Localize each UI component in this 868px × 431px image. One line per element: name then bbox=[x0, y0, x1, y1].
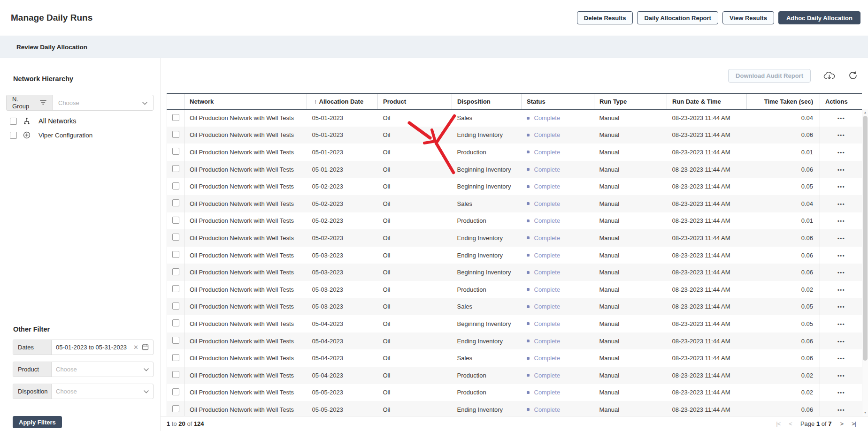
row-checkbox[interactable] bbox=[172, 114, 179, 121]
tree-item-all-networks[interactable]: All Networks bbox=[10, 117, 154, 125]
row-actions-button[interactable]: ••• bbox=[837, 218, 845, 224]
row-actions-button[interactable]: ••• bbox=[837, 321, 845, 327]
row-actions-button[interactable]: ••• bbox=[837, 167, 845, 173]
cell-status: Complete bbox=[522, 127, 594, 144]
row-checkbox[interactable] bbox=[172, 319, 179, 326]
cell-actions: ••• bbox=[820, 212, 862, 230]
row-checkbox[interactable] bbox=[172, 405, 179, 412]
col-run-type[interactable]: Run Type bbox=[594, 93, 667, 109]
cell-time-taken: 0.06 bbox=[747, 127, 820, 144]
first-page-button[interactable]: |< bbox=[776, 420, 780, 427]
row-checkbox[interactable] bbox=[172, 165, 179, 172]
col-time-taken[interactable]: Time Taken (sec) bbox=[747, 93, 820, 109]
disposition-select[interactable]: Choose bbox=[52, 388, 153, 395]
row-checkbox[interactable] bbox=[172, 217, 179, 224]
total-pages: 7 bbox=[828, 420, 831, 427]
cell-status: Complete bbox=[522, 349, 594, 367]
network-hierarchy-panel: Network Hierarchy N. Group Choose bbox=[0, 75, 154, 139]
col-allocation-date[interactable]: ↑Allocation Date bbox=[307, 93, 378, 109]
clear-dates-icon[interactable]: ✕ bbox=[133, 344, 138, 351]
cell-product: Oil bbox=[378, 178, 452, 195]
scroll-down-icon[interactable]: ▼ bbox=[862, 411, 868, 414]
product-select[interactable]: Choose bbox=[52, 366, 153, 373]
last-page-button[interactable]: >| bbox=[852, 420, 856, 427]
network-group-filter[interactable]: N. Group Choose bbox=[6, 95, 154, 111]
row-checkbox[interactable] bbox=[172, 182, 179, 189]
row-actions-button[interactable]: ••• bbox=[837, 270, 845, 275]
cell-actions: ••• bbox=[820, 195, 862, 212]
col-network[interactable]: Network bbox=[184, 93, 307, 109]
row-checkbox[interactable] bbox=[172, 234, 179, 241]
row-checkbox[interactable] bbox=[172, 354, 179, 361]
col-product[interactable]: Product bbox=[378, 93, 452, 109]
scrollbar-thumb[interactable] bbox=[863, 116, 868, 361]
row-actions-button[interactable]: ••• bbox=[837, 355, 845, 361]
daily-allocation-report-button[interactable]: Daily Allocation Report bbox=[637, 11, 718, 24]
cell-actions: ••• bbox=[820, 298, 862, 316]
cell-product: Oil bbox=[378, 367, 452, 384]
col-run-date-time[interactable]: Run Date & Time bbox=[667, 93, 747, 109]
cell-run-datetime: 08-23-2023 11:44 AM bbox=[667, 229, 747, 247]
row-actions-button[interactable]: ••• bbox=[837, 407, 845, 413]
all-networks-checkbox[interactable] bbox=[10, 118, 17, 125]
col-disposition[interactable]: Disposition bbox=[452, 93, 522, 109]
prev-page-button[interactable]: < bbox=[789, 420, 792, 427]
vertical-scrollbar[interactable]: ▲ ▼ bbox=[862, 109, 868, 416]
cloud-download-icon[interactable] bbox=[823, 71, 836, 80]
scroll-up-icon[interactable]: ▲ bbox=[862, 111, 868, 114]
row-range-text: 1 to 20 of 124 bbox=[167, 420, 204, 427]
row-checkbox[interactable] bbox=[172, 251, 179, 258]
row-actions-button[interactable]: ••• bbox=[837, 184, 845, 189]
row-checkbox[interactable] bbox=[172, 337, 179, 344]
row-checkbox[interactable] bbox=[172, 199, 179, 206]
adhoc-daily-allocation-button[interactable]: Adhoc Daily Allocation bbox=[778, 11, 860, 24]
cell-run-type: Manual bbox=[594, 195, 667, 212]
dates-filter: Dates 05-01-2023 to 05-31-2023 ✕ bbox=[13, 340, 154, 355]
row-checkbox[interactable] bbox=[172, 371, 179, 378]
row-actions-button[interactable]: ••• bbox=[837, 253, 845, 258]
table-row: Oil Production Network with Well Tests05… bbox=[167, 229, 862, 247]
row-actions-button[interactable]: ••• bbox=[837, 390, 845, 395]
col-status[interactable]: Status bbox=[522, 93, 594, 109]
row-actions-button[interactable]: ••• bbox=[837, 201, 845, 207]
grid-body: Oil Production Network with Well Tests05… bbox=[167, 109, 862, 416]
network-group-select[interactable]: Choose bbox=[53, 99, 153, 106]
row-actions-button[interactable]: ••• bbox=[837, 373, 845, 378]
row-actions-button[interactable]: ••• bbox=[837, 115, 845, 121]
cell-disposition: Beginning Inventory bbox=[452, 161, 522, 178]
row-checkbox[interactable] bbox=[172, 148, 179, 155]
row-actions-button[interactable]: ••• bbox=[837, 150, 845, 155]
status-text: Complete bbox=[534, 131, 561, 138]
apply-filters-button[interactable]: Apply Filters bbox=[13, 416, 62, 428]
tree-item-viper-configuration[interactable]: Viper Configuration bbox=[10, 131, 154, 139]
row-actions-button[interactable]: ••• bbox=[837, 304, 845, 310]
row-actions-button[interactable]: ••• bbox=[837, 339, 845, 344]
cell-time-taken: 0.05 bbox=[747, 315, 820, 333]
row-actions-button[interactable]: ••• bbox=[837, 287, 845, 293]
next-page-button[interactable]: > bbox=[840, 420, 843, 427]
row-checkbox[interactable] bbox=[172, 302, 179, 310]
refresh-icon[interactable] bbox=[848, 71, 858, 80]
cell-run-datetime: 08-23-2023 11:44 AM bbox=[667, 298, 747, 316]
cell-allocation-date: 05-04-2023 bbox=[307, 349, 378, 367]
status-text: Complete bbox=[534, 149, 561, 156]
row-actions-button[interactable]: ••• bbox=[837, 235, 845, 241]
delete-results-button[interactable]: Delete Results bbox=[577, 11, 633, 24]
cell-disposition: Sales bbox=[452, 349, 522, 367]
cell-run-datetime: 08-23-2023 11:44 AM bbox=[667, 315, 747, 333]
expand-plus-icon[interactable] bbox=[23, 131, 31, 139]
row-select-cell bbox=[167, 315, 184, 333]
cell-product: Oil bbox=[378, 315, 452, 333]
row-checkbox[interactable] bbox=[172, 285, 179, 292]
cell-network: Oil Production Network with Well Tests bbox=[184, 229, 307, 247]
row-checkbox[interactable] bbox=[172, 131, 179, 138]
cell-status: Complete bbox=[522, 144, 594, 161]
calendar-icon[interactable] bbox=[142, 343, 149, 352]
viper-configuration-checkbox[interactable] bbox=[10, 132, 17, 139]
row-checkbox[interactable] bbox=[172, 388, 179, 395]
download-audit-report-button[interactable]: Download Audit Report bbox=[728, 69, 811, 83]
view-results-button[interactable]: View Results bbox=[722, 11, 774, 24]
row-checkbox[interactable] bbox=[172, 268, 179, 275]
dates-range-field[interactable]: 05-01-2023 to 05-31-2023 ✕ bbox=[52, 343, 153, 352]
row-actions-button[interactable]: ••• bbox=[837, 132, 845, 138]
